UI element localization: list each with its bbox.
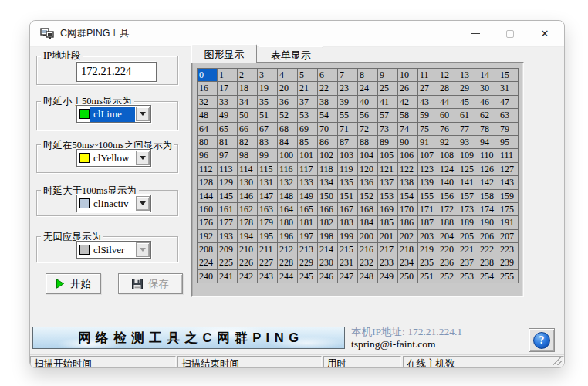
grid-cell-9[interactable]: 9 <box>378 69 397 81</box>
grid-cell-18[interactable]: 18 <box>238 82 257 94</box>
grid-cell-247[interactable]: 247 <box>338 270 357 283</box>
grid-cell-94[interactable]: 94 <box>478 136 498 148</box>
grid-cell-227[interactable]: 227 <box>258 256 277 269</box>
grid-cell-177[interactable]: 177 <box>218 216 237 229</box>
grid-cell-214[interactable]: 214 <box>318 243 337 256</box>
grid-cell-169[interactable]: 169 <box>378 203 397 215</box>
grid-cell-124[interactable]: 124 <box>438 163 458 175</box>
grid-cell-224[interactable]: 224 <box>198 256 217 269</box>
grid-cell-22[interactable]: 22 <box>318 82 337 94</box>
grid-cell-145[interactable]: 145 <box>218 190 237 202</box>
grid-cell-10[interactable]: 10 <box>398 69 417 81</box>
grid-cell-168[interactable]: 168 <box>358 203 377 215</box>
grid-cell-68[interactable]: 68 <box>278 123 297 135</box>
grid-cell-50[interactable]: 50 <box>238 109 257 121</box>
grid-cell-105[interactable]: 105 <box>378 149 397 161</box>
grid-cell-173[interactable]: 173 <box>458 203 478 215</box>
grid-cell-200[interactable]: 200 <box>358 230 377 242</box>
grid-cell-219[interactable]: 219 <box>418 243 438 256</box>
dropdown-button[interactable] <box>136 196 150 211</box>
grid-cell-245[interactable]: 245 <box>298 270 317 283</box>
grid-cell-154[interactable]: 154 <box>398 190 417 202</box>
grid-cell-191[interactable]: 191 <box>498 216 518 229</box>
grid-cell-146[interactable]: 146 <box>238 190 257 202</box>
grid-cell-108[interactable]: 108 <box>438 149 458 161</box>
grid-cell-111[interactable]: 111 <box>498 149 518 161</box>
grid-cell-89[interactable]: 89 <box>378 136 397 148</box>
grid-cell-157[interactable]: 157 <box>458 190 478 202</box>
grid-cell-93[interactable]: 93 <box>458 136 478 148</box>
grid-cell-7[interactable]: 7 <box>338 69 357 81</box>
grid-cell-158[interactable]: 158 <box>478 190 498 202</box>
grid-cell-212[interactable]: 212 <box>278 243 297 256</box>
grid-cell-255[interactable]: 255 <box>498 270 518 283</box>
grid-cell-222[interactable]: 222 <box>478 243 498 256</box>
grid-cell-44[interactable]: 44 <box>438 96 458 108</box>
grid-cell-166[interactable]: 166 <box>318 203 337 215</box>
grid-cell-114[interactable]: 114 <box>238 163 257 175</box>
grid-cell-217[interactable]: 217 <box>378 243 397 256</box>
grid-cell-252[interactable]: 252 <box>438 270 458 283</box>
grid-cell-48[interactable]: 48 <box>198 109 217 121</box>
grid-cell-253[interactable]: 253 <box>458 270 478 283</box>
grid-cell-41[interactable]: 41 <box>378 96 397 108</box>
grid-cell-13[interactable]: 13 <box>458 69 478 81</box>
grid-cell-58[interactable]: 58 <box>398 109 417 121</box>
grid-cell-15[interactable]: 15 <box>498 69 518 81</box>
grid-cell-79[interactable]: 79 <box>498 123 518 135</box>
grid-cell-57[interactable]: 57 <box>378 109 397 121</box>
grid-cell-72[interactable]: 72 <box>358 123 377 135</box>
grid-cell-42[interactable]: 42 <box>398 96 417 108</box>
grid-cell-118[interactable]: 118 <box>318 163 337 175</box>
grid-cell-125[interactable]: 125 <box>458 163 478 175</box>
grid-cell-120[interactable]: 120 <box>358 163 377 175</box>
grid-cell-19[interactable]: 19 <box>258 82 277 94</box>
grid-cell-80[interactable]: 80 <box>198 136 217 148</box>
ip-input[interactable]: 172.21.224 <box>76 62 157 82</box>
grid-cell-232[interactable]: 232 <box>358 256 377 269</box>
close-button[interactable]: ✕ <box>529 21 561 46</box>
grid-cell-51[interactable]: 51 <box>258 109 277 121</box>
grid-cell-153[interactable]: 153 <box>378 190 397 202</box>
grid-cell-135[interactable]: 135 <box>338 176 357 188</box>
grid-cell-123[interactable]: 123 <box>418 163 438 175</box>
grid-cell-43[interactable]: 43 <box>418 96 438 108</box>
grid-cell-33[interactable]: 33 <box>218 96 237 108</box>
grid-cell-202[interactable]: 202 <box>398 230 417 242</box>
grid-cell-241[interactable]: 241 <box>218 270 237 283</box>
grid-cell-238[interactable]: 238 <box>478 256 498 269</box>
grid-cell-141[interactable]: 141 <box>458 176 478 188</box>
grid-cell-16[interactable]: 16 <box>198 82 217 94</box>
grid-cell-64[interactable]: 64 <box>198 123 217 135</box>
grid-cell-86[interactable]: 86 <box>318 136 337 148</box>
grid-cell-75[interactable]: 75 <box>418 123 438 135</box>
grid-cell-113[interactable]: 113 <box>218 163 237 175</box>
grid-cell-178[interactable]: 178 <box>238 216 257 229</box>
grid-cell-156[interactable]: 156 <box>438 190 458 202</box>
grid-cell-183[interactable]: 183 <box>338 216 357 229</box>
grid-cell-47[interactable]: 47 <box>498 96 518 108</box>
grid-cell-59[interactable]: 59 <box>418 109 438 121</box>
tab-graphic-display[interactable]: 图形显示 <box>191 44 257 63</box>
grid-cell-130[interactable]: 130 <box>238 176 257 188</box>
grid-cell-4[interactable]: 4 <box>278 69 297 81</box>
grid-cell-237[interactable]: 237 <box>458 256 478 269</box>
grid-cell-175[interactable]: 175 <box>498 203 518 215</box>
grid-cell-196[interactable]: 196 <box>278 230 297 242</box>
grid-cell-65[interactable]: 65 <box>218 123 237 135</box>
grid-cell-213[interactable]: 213 <box>298 243 317 256</box>
grid-cell-242[interactable]: 242 <box>238 270 257 283</box>
grid-cell-164[interactable]: 164 <box>278 203 297 215</box>
grid-cell-206[interactable]: 206 <box>478 230 498 242</box>
grid-cell-84[interactable]: 84 <box>278 136 297 148</box>
grid-cell-161[interactable]: 161 <box>218 203 237 215</box>
grid-cell-54[interactable]: 54 <box>318 109 337 121</box>
grid-cell-0[interactable]: 0 <box>198 69 217 81</box>
grid-cell-133[interactable]: 133 <box>298 176 317 188</box>
grid-cell-39[interactable]: 39 <box>338 96 357 108</box>
latency-high-combobox[interactable]: clInactiv <box>76 195 151 212</box>
grid-cell-97[interactable]: 97 <box>218 149 237 161</box>
grid-cell-160[interactable]: 160 <box>198 203 217 215</box>
grid-cell-26[interactable]: 26 <box>398 82 417 94</box>
minimize-button[interactable] <box>459 21 492 46</box>
